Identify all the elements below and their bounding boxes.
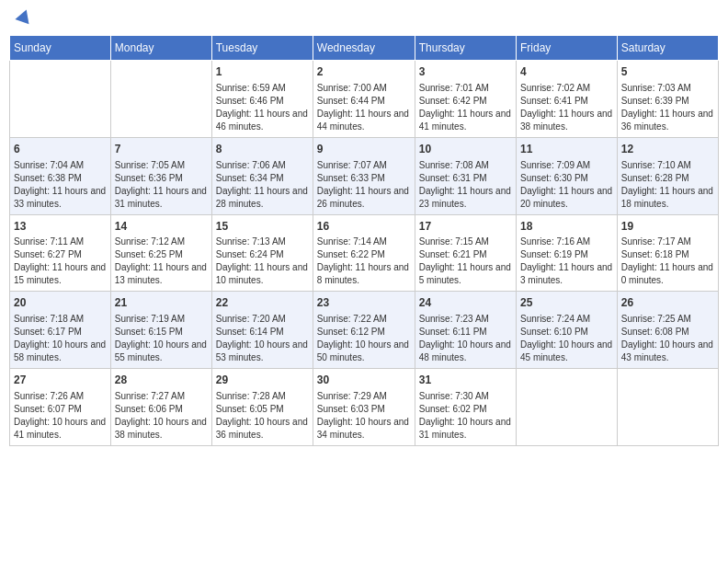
day-info: Sunset: 6:38 PM (14, 172, 107, 185)
day-number: 24 (419, 295, 512, 311)
calendar-cell: 31Sunrise: 7:30 AMSunset: 6:02 PMDayligh… (415, 369, 516, 446)
day-info: Daylight: 10 hours and 41 minutes. (14, 416, 107, 442)
calendar-cell: 30Sunrise: 7:29 AMSunset: 6:03 PMDayligh… (313, 369, 415, 446)
day-info: Sunrise: 7:07 AM (317, 159, 411, 172)
day-info: Sunset: 6:36 PM (115, 172, 208, 185)
logo-icon (15, 7, 33, 26)
calendar-cell: 25Sunrise: 7:24 AMSunset: 6:10 PMDayligh… (517, 292, 618, 369)
calendar-cell: 3Sunrise: 7:01 AMSunset: 6:42 PMDaylight… (415, 61, 516, 138)
day-info: Sunset: 6:39 PM (621, 95, 714, 108)
logo (13, 9, 33, 26)
day-info: Daylight: 11 hours and 20 minutes. (520, 185, 613, 211)
day-header-thursday: Thursday (415, 36, 516, 61)
calendar-cell: 10Sunrise: 7:08 AMSunset: 6:31 PMDayligh… (415, 137, 516, 214)
week-row-2: 6Sunrise: 7:04 AMSunset: 6:38 PMDaylight… (10, 137, 719, 214)
day-number: 8 (216, 142, 309, 157)
calendar-cell: 17Sunrise: 7:15 AMSunset: 6:21 PMDayligh… (415, 214, 516, 292)
day-info: Sunset: 6:24 PM (216, 248, 309, 261)
day-info: Sunset: 6:15 PM (115, 326, 208, 339)
day-info: Sunset: 6:28 PM (621, 172, 714, 185)
calendar-cell: 4Sunrise: 7:02 AMSunset: 6:41 PMDaylight… (517, 61, 618, 138)
day-info: Daylight: 11 hours and 28 minutes. (216, 185, 309, 211)
calendar-cell: 5Sunrise: 7:03 AMSunset: 6:39 PMDaylight… (617, 61, 718, 138)
day-info: Daylight: 10 hours and 53 minutes. (216, 339, 309, 364)
day-info: Daylight: 11 hours and 38 minutes. (520, 108, 613, 133)
day-info: Sunrise: 7:14 AM (317, 236, 411, 248)
day-info: Daylight: 10 hours and 31 minutes. (419, 416, 512, 442)
day-info: Daylight: 10 hours and 58 minutes. (14, 339, 107, 364)
day-number: 10 (419, 142, 512, 157)
calendar-cell: 24Sunrise: 7:23 AMSunset: 6:11 PMDayligh… (415, 292, 516, 369)
day-number: 5 (621, 64, 714, 80)
day-info: Sunset: 6:14 PM (216, 326, 309, 339)
calendar-cell: 12Sunrise: 7:10 AMSunset: 6:28 PMDayligh… (617, 137, 718, 214)
day-info: Sunset: 6:42 PM (419, 95, 512, 108)
calendar-cell: 18Sunrise: 7:16 AMSunset: 6:19 PMDayligh… (517, 214, 618, 292)
calendar-cell: 14Sunrise: 7:12 AMSunset: 6:25 PMDayligh… (110, 214, 211, 292)
day-info: Sunrise: 7:19 AM (115, 313, 208, 326)
day-number: 27 (14, 373, 107, 388)
day-number: 6 (14, 142, 107, 157)
day-info: Sunrise: 7:26 AM (14, 390, 107, 403)
calendar-cell: 13Sunrise: 7:11 AMSunset: 6:27 PMDayligh… (10, 214, 111, 292)
day-info: Sunset: 6:08 PM (621, 326, 714, 339)
day-info: Sunset: 6:33 PM (317, 172, 411, 185)
day-number: 13 (14, 219, 107, 235)
day-number: 30 (317, 373, 411, 388)
day-info: Sunrise: 7:24 AM (520, 313, 613, 326)
calendar-cell: 22Sunrise: 7:20 AMSunset: 6:14 PMDayligh… (211, 292, 313, 369)
day-info: Sunrise: 7:01 AM (419, 82, 512, 95)
day-number: 15 (216, 219, 309, 235)
day-info: Daylight: 11 hours and 8 minutes. (317, 261, 411, 287)
day-info: Daylight: 11 hours and 33 minutes. (14, 185, 107, 211)
calendar-cell: 29Sunrise: 7:28 AMSunset: 6:05 PMDayligh… (211, 369, 313, 446)
day-info: Daylight: 10 hours and 34 minutes. (317, 416, 411, 442)
day-info: Sunrise: 7:08 AM (419, 159, 512, 172)
day-info: Sunrise: 7:13 AM (216, 236, 309, 248)
day-info: Daylight: 11 hours and 13 minutes. (115, 261, 208, 287)
day-info: Daylight: 11 hours and 23 minutes. (419, 185, 512, 211)
day-info: Sunset: 6:19 PM (520, 248, 613, 261)
day-info: Sunset: 6:30 PM (520, 172, 613, 185)
day-info: Sunrise: 7:18 AM (14, 313, 107, 326)
day-info: Sunset: 6:12 PM (317, 326, 411, 339)
day-info: Daylight: 11 hours and 15 minutes. (14, 261, 107, 287)
calendar-cell: 7Sunrise: 7:05 AMSunset: 6:36 PMDaylight… (110, 137, 211, 214)
day-info: Daylight: 10 hours and 43 minutes. (621, 339, 714, 364)
calendar-cell: 21Sunrise: 7:19 AMSunset: 6:15 PMDayligh… (110, 292, 211, 369)
calendar-cell: 6Sunrise: 7:04 AMSunset: 6:38 PMDaylight… (10, 137, 111, 214)
calendar-cell: 20Sunrise: 7:18 AMSunset: 6:17 PMDayligh… (10, 292, 111, 369)
calendar-cell (10, 61, 111, 138)
day-number: 4 (520, 64, 613, 80)
day-info: Daylight: 11 hours and 26 minutes. (317, 185, 411, 211)
day-info: Sunrise: 7:00 AM (317, 82, 411, 95)
day-number: 22 (216, 295, 309, 311)
day-info: Sunrise: 7:03 AM (621, 82, 714, 95)
calendar-cell: 1Sunrise: 6:59 AMSunset: 6:46 PMDaylight… (211, 61, 313, 138)
day-info: Sunrise: 7:25 AM (621, 313, 714, 326)
calendar-cell (517, 369, 618, 446)
day-info: Sunrise: 7:06 AM (216, 159, 309, 172)
day-number: 18 (520, 219, 613, 235)
calendar-cell: 27Sunrise: 7:26 AMSunset: 6:07 PMDayligh… (10, 369, 111, 446)
day-info: Daylight: 11 hours and 18 minutes. (621, 185, 714, 211)
calendar-cell: 9Sunrise: 7:07 AMSunset: 6:33 PMDaylight… (313, 137, 415, 214)
calendar-cell: 15Sunrise: 7:13 AMSunset: 6:24 PMDayligh… (211, 214, 313, 292)
day-header-tuesday: Tuesday (211, 36, 313, 61)
calendar-cell: 23Sunrise: 7:22 AMSunset: 6:12 PMDayligh… (313, 292, 415, 369)
day-number: 26 (621, 295, 714, 311)
day-info: Sunset: 6:10 PM (520, 326, 613, 339)
day-info: Sunrise: 7:22 AM (317, 313, 411, 326)
day-number: 29 (216, 373, 309, 388)
svg-marker-0 (15, 7, 33, 24)
day-number: 14 (115, 219, 208, 235)
day-info: Daylight: 10 hours and 55 minutes. (115, 339, 208, 364)
day-info: Sunset: 6:31 PM (419, 172, 512, 185)
day-header-wednesday: Wednesday (313, 36, 415, 61)
day-info: Daylight: 11 hours and 0 minutes. (621, 261, 714, 287)
day-number: 31 (419, 373, 512, 388)
day-info: Sunrise: 7:28 AM (216, 390, 309, 403)
calendar-cell: 16Sunrise: 7:14 AMSunset: 6:22 PMDayligh… (313, 214, 415, 292)
day-info: Sunrise: 7:17 AM (621, 236, 714, 248)
day-number: 25 (520, 295, 613, 311)
